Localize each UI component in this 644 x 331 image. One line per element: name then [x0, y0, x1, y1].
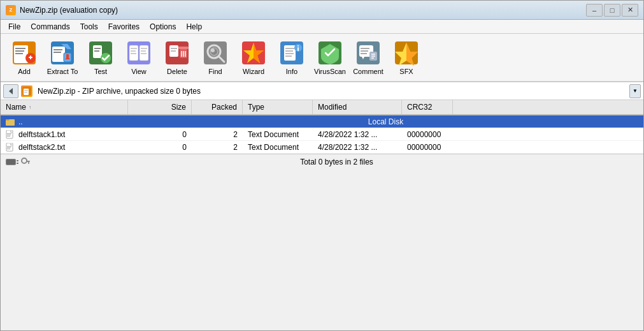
menu-commands[interactable]: Commands [25, 21, 75, 33]
drive-name-cell: .. [1, 117, 128, 126]
view-label: View [131, 68, 147, 75]
menu-favorites[interactable]: Favorites [103, 21, 145, 33]
svg-rect-54 [297, 47, 299, 51]
title-bar: Z NewZip.zip (evaluation copy) – □ ✕ [1, 1, 643, 20]
svg-rect-88 [6, 159, 15, 165]
add-label: Add [18, 68, 31, 75]
status-text: Total 0 bytes in 2 files [35, 158, 638, 166]
col-crc-label: CRC32 [407, 103, 432, 112]
list-item-drive[interactable]: .. Local Disk [1, 115, 643, 128]
wizard-label: Wizard [243, 68, 264, 75]
svg-rect-19 [94, 50, 99, 52]
svg-rect-60 [361, 50, 368, 52]
menu-tools[interactable]: Tools [75, 21, 103, 33]
toolbar-delete-button[interactable]: Delete [159, 36, 196, 79]
column-header-type[interactable]: Type [243, 100, 313, 114]
column-header-modified[interactable]: Modified [313, 100, 402, 114]
svg-rect-84 [7, 146, 11, 147]
app-icon: Z [6, 5, 16, 15]
file2-type: Text Document [243, 143, 313, 152]
toolbar-test-button[interactable]: Test [82, 36, 119, 79]
view-icon [126, 40, 152, 66]
menu-file[interactable]: File [3, 21, 25, 33]
toolbar-view-button[interactable]: View [120, 36, 157, 79]
toolbar-sfx-button[interactable]: SFX [388, 36, 425, 79]
toolbar-add-button[interactable]: Add [6, 36, 43, 79]
svg-marker-70 [9, 88, 13, 94]
svg-rect-79 [7, 133, 11, 134]
minimize-button[interactable]: – [586, 4, 603, 17]
col-packed-label: Packed [211, 103, 237, 112]
file2-size: 0 [128, 143, 192, 152]
address-dropdown-button[interactable]: ▼ [629, 84, 641, 98]
local-disk-label: Local Disk [128, 117, 643, 126]
file1-name: delftstack1.txt [18, 130, 65, 139]
menu-options[interactable]: Options [145, 21, 181, 33]
svg-rect-24 [131, 50, 136, 52]
svg-rect-23 [131, 48, 137, 49]
file-rows: .. Local Disk delftstack1.txt 0 2 Text D… [1, 115, 643, 154]
menu-help[interactable]: Help [181, 21, 207, 33]
delete-icon [164, 40, 190, 66]
svg-rect-51 [285, 53, 294, 54]
list-item-file-1[interactable]: delftstack1.txt 0 2 Text Document 4/28/2… [1, 128, 643, 141]
sfx-icon [394, 40, 419, 66]
status-key-icon [21, 158, 30, 166]
test-icon [88, 40, 113, 66]
title-controls: – □ ✕ [586, 4, 638, 17]
column-header-name[interactable]: Name ↑ [1, 100, 128, 114]
toolbar-info-button[interactable]: Info [273, 36, 310, 79]
file2-packed: 2 [192, 143, 243, 152]
maximize-button[interactable]: □ [604, 4, 620, 17]
svg-rect-92 [26, 161, 30, 162]
column-header-size[interactable]: Size [128, 100, 192, 114]
svg-rect-74 [24, 92, 27, 93]
file-list-header: Name ↑ Size Packed Type Modified CRC32 [1, 100, 643, 115]
svg-rect-50 [285, 50, 293, 52]
address-bar: NewZip.zip - ZIP archive, unpacked size … [1, 82, 643, 100]
svg-rect-12 [54, 52, 61, 53]
toolbar-find-button[interactable]: Find [197, 36, 234, 79]
svg-marker-76 [6, 119, 10, 121]
info-icon [279, 40, 304, 66]
file1-name-cell: delftstack1.txt [1, 130, 128, 139]
file2-crc: 00000000 [402, 143, 453, 152]
svg-point-91 [22, 158, 27, 163]
svg-rect-3 [15, 50, 24, 52]
title-bar-left: Z NewZip.zip (evaluation copy) [6, 5, 118, 15]
svg-rect-61 [361, 53, 367, 54]
test-label: Test [94, 68, 107, 75]
svg-rect-25 [131, 53, 136, 54]
address-back-button[interactable] [3, 84, 18, 98]
toolbar-virusscan-button[interactable]: VirusScan [311, 36, 348, 79]
svg-rect-4 [15, 53, 23, 54]
comment-icon [355, 40, 381, 66]
list-item-file-2[interactable]: delftstack2.txt 0 2 Text Document 4/28/2… [1, 141, 643, 154]
txt-file-icon-1 [6, 130, 15, 139]
svg-rect-27 [141, 48, 147, 49]
status-bar: Total 0 bytes in 2 files [1, 154, 643, 169]
column-header-packed[interactable]: Packed [192, 100, 243, 114]
svg-rect-59 [361, 48, 369, 49]
svg-rect-32 [171, 48, 177, 49]
svg-rect-28 [141, 50, 146, 52]
column-header-crc[interactable]: CRC32 [402, 100, 453, 114]
virusscan-label: VirusScan [314, 68, 346, 75]
toolbar-wizard-button[interactable]: Wizard [235, 36, 272, 79]
svg-rect-52 [285, 55, 292, 57]
svg-point-43 [211, 48, 215, 52]
toolbar-comment-button[interactable]: Comment [350, 36, 387, 79]
svg-rect-80 [7, 135, 11, 135]
comment-label: Comment [353, 68, 383, 75]
svg-rect-2 [15, 48, 25, 49]
svg-rect-33 [171, 50, 176, 52]
col-size-label: Size [171, 103, 186, 112]
status-icons [6, 158, 30, 166]
file1-modified: 4/28/2022 1:32 ... [313, 130, 402, 139]
status-drive-icon [6, 158, 18, 166]
close-button[interactable]: ✕ [622, 4, 638, 17]
col-name-label: Name [6, 103, 26, 112]
window-title: NewZip.zip (evaluation copy) [20, 6, 118, 15]
toolbar-extract-button[interactable]: Extract To [44, 36, 81, 79]
svg-rect-7 [30, 55, 31, 59]
